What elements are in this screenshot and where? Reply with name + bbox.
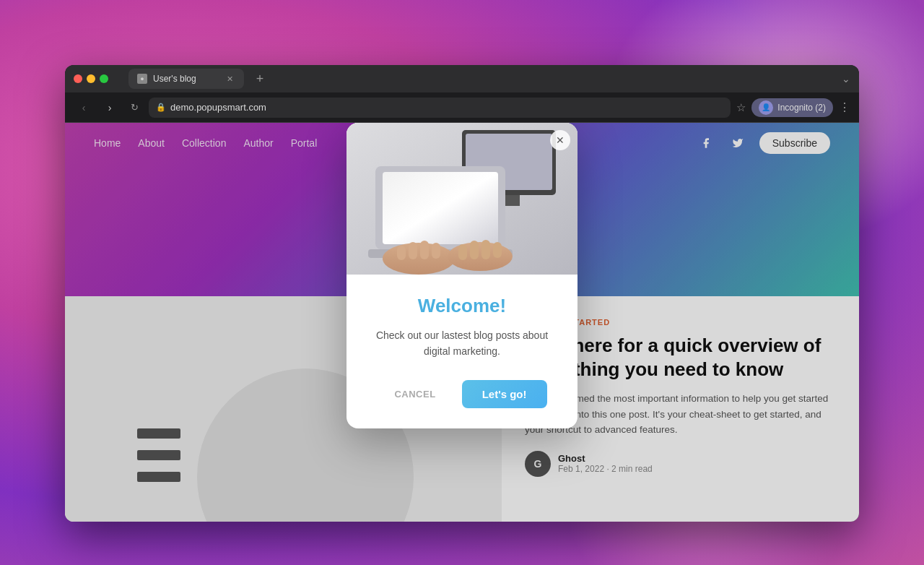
svg-rect-5 (383, 172, 498, 244)
url-bar[interactable]: 🔒 demo.popupsmart.com (149, 98, 731, 118)
url-text: demo.popupsmart.com (170, 102, 723, 113)
laptop-illustration (346, 123, 578, 275)
minimize-window-button[interactable] (87, 74, 95, 83)
bookmark-icon[interactable]: ☆ (736, 101, 746, 114)
close-window-button[interactable] (74, 74, 82, 83)
popup-title: Welcome! (368, 295, 556, 317)
browser-tab-active[interactable]: ● User's blog ✕ (128, 69, 244, 89)
traffic-lights (74, 74, 108, 83)
svg-rect-15 (481, 240, 490, 259)
browser-window: ● User's blog ✕ + ⌄ ‹ › ↻ 🔒 demo.popupsm… (65, 65, 859, 522)
tab-title: User's blog (153, 74, 218, 84)
profile-label: Incognito (2) (777, 103, 826, 113)
popup-overlay: ✕ Welcome! Check out our lastest blog po… (65, 123, 859, 522)
avatar: 👤 (759, 100, 773, 115)
svg-point-7 (383, 243, 455, 275)
popup-actions: CANCEL Let's go! (368, 380, 556, 408)
svg-rect-14 (470, 241, 479, 259)
tab-bar-chevron[interactable]: ⌄ (842, 73, 850, 85)
address-bar-right: ☆ 👤 Incognito (2) ⋮ (736, 98, 850, 117)
svg-rect-12 (432, 243, 440, 259)
popup-body: Welcome! Check out our lastest blog post… (346, 275, 578, 428)
address-bar: ‹ › ↻ 🔒 demo.popupsmart.com ☆ 👤 Incognit… (65, 92, 859, 123)
forward-button[interactable]: › (100, 98, 120, 118)
svg-rect-10 (409, 242, 417, 259)
reload-button[interactable]: ↻ (126, 99, 143, 116)
popup-description: Check out our lastest blog posts about d… (368, 327, 556, 360)
svg-rect-9 (397, 246, 406, 260)
browser-menu-button[interactable]: ⋮ (839, 100, 850, 114)
maximize-window-button[interactable] (100, 74, 108, 83)
lock-icon: 🔒 (156, 103, 166, 112)
tab-favicon: ● (137, 74, 147, 84)
new-tab-button[interactable]: + (250, 69, 270, 89)
back-button[interactable]: ‹ (74, 98, 94, 118)
popup-modal: ✕ Welcome! Check out our lastest blog po… (346, 123, 578, 428)
svg-rect-16 (493, 242, 502, 258)
website-content: Home About Collection Author Portal Subs… (65, 123, 859, 522)
profile-button[interactable]: 👤 Incognito (2) (751, 98, 833, 117)
tab-close-button[interactable]: ✕ (224, 73, 235, 85)
svg-rect-11 (420, 241, 429, 259)
popup-image: ✕ (346, 123, 578, 275)
svg-rect-13 (458, 244, 467, 260)
popup-close-button[interactable]: ✕ (550, 130, 570, 150)
svg-point-8 (448, 242, 513, 271)
svg-rect-3 (505, 195, 520, 206)
popup-cta-button[interactable]: Let's go! (462, 380, 547, 408)
tab-bar: ● User's blog ✕ + ⌄ (65, 65, 859, 92)
popup-cancel-button[interactable]: CANCEL (377, 380, 453, 408)
